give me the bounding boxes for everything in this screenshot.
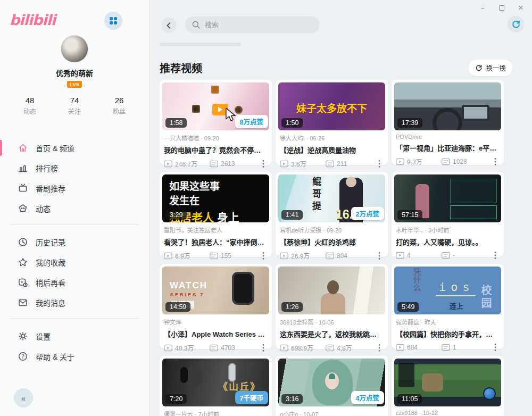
video-title[interactable]: 【蔡徐坤】火红的杀鸡郎 (280, 237, 384, 247)
ranking-icon (18, 163, 28, 173)
video-card[interactable]: 1:58 8万点赞 一只大橘喵喵 · 09-20 我的电脑中蛊了？竟然会不停自动… (160, 80, 272, 165)
more-options-button[interactable] (491, 251, 500, 260)
sidebar-item-dynamics[interactable]: 动态 (0, 198, 149, 219)
uploader-line[interactable]: 徐大大屿i · 09-26 (280, 134, 384, 142)
sidebar-menu-primary: 首页 & 频道 排行榜 番剧推荐 (0, 138, 149, 219)
uploader-line[interactable]: 偶是一片云 · 7小时前 (164, 410, 268, 416)
video-card[interactable]: 11:05 czx9188 · 10-12 (392, 356, 504, 416)
sidebar-item-help[interactable]: ? 帮助 & 关于 (0, 346, 149, 367)
danmaku-count: 1 (453, 344, 456, 351)
sidebar-item-history[interactable]: 历史记录 (0, 232, 149, 252)
video-thumbnail: 1:58 8万点赞 (162, 82, 269, 130)
sidebar-item-settings[interactable]: 设置 (0, 326, 149, 346)
play-count-icon (164, 344, 172, 352)
uploader-line[interactable]: czx9188 · 10-12 (396, 410, 500, 416)
uploader-line[interactable]: 重阳节，关注独居老人 (164, 226, 268, 234)
stat-followers[interactable]: 26 粉丝 (107, 96, 131, 115)
sidebar-item-label: 首页 & 频道 (36, 143, 74, 153)
video-title[interactable]: 【小泽】Apple Watch Series 7评测：... (164, 329, 268, 339)
avatar[interactable] (61, 35, 88, 63)
video-card[interactable]: 鲲哥提 16.8 1:41 2万点赞 耳机de听力受损 · 09-20 【蔡徐坤… (276, 172, 388, 257)
sidebar-item-home[interactable]: 首页 & 频道 (0, 138, 149, 158)
danmaku-icon (326, 344, 334, 352)
uploader-line[interactable]: 强势翻盘 · 昨天 (396, 318, 500, 326)
more-options-button[interactable] (259, 160, 268, 168)
video-title[interactable]: 「第一视角」比亚迪海豚：e平台3.0首... (396, 143, 500, 153)
more-options-button[interactable] (259, 344, 268, 352)
sidebar-item-watch-later[interactable]: 稍后再看 (0, 272, 149, 293)
kebab-icon (262, 160, 264, 168)
more-options-button[interactable] (491, 343, 500, 352)
uploader-line[interactable]: 一只大橘喵喵 · 09-20 (164, 134, 268, 142)
more-options-button[interactable] (491, 157, 500, 166)
view-count: 26.9万 (291, 251, 310, 260)
video-card[interactable]: 《山丘》 7:20 7千硬币 偶是一片云 · 7小时前 (160, 356, 272, 416)
coins-badge: 7千硬币 (235, 391, 268, 404)
video-card[interactable]: 57:15 木叶年华-- · 3小时前 打的菜，人又嘴硬，见谅。。 4 - (392, 172, 504, 257)
more-options-button[interactable] (375, 344, 384, 352)
video-title[interactable]: 我的电脑中蛊了？竟然会不停自动生出... (164, 145, 268, 155)
close-button[interactable]: × (517, 4, 525, 12)
video-title[interactable]: 这东西要是火了，返校我就跳给全班同... (280, 329, 384, 339)
apps-grid-button[interactable] (104, 12, 122, 30)
content-placeholder-bar (160, 43, 241, 46)
play-count-icon (396, 344, 404, 351)
question-icon: ? (18, 351, 28, 362)
more-options-button[interactable] (375, 252, 384, 260)
stat-dynamics[interactable]: 48 动态 (18, 96, 41, 115)
uploader-line[interactable]: POVDrive (396, 134, 500, 140)
sidebar: bilibili 优秀的萌新 LV5 48 动态 74 关注 26 粉 (0, 0, 149, 416)
video-thumbnail: 11:05 (394, 359, 501, 406)
video-title[interactable]: 打的菜，人又嘴硬，见谅。。 (396, 237, 500, 247)
video-title[interactable]: 看哭了！独居老人：“家中摔倒，最痛... (164, 237, 268, 247)
view-count: 9.3万 (407, 157, 422, 166)
refresh-button[interactable] (508, 16, 524, 32)
sidebar-item-messages[interactable]: 我的消息 (0, 293, 149, 313)
kebab-icon (494, 343, 496, 352)
video-thumbnail: 如果这些事 发生在 独居老人 身上 3:29 (162, 174, 269, 222)
sidebar-item-bangumi[interactable]: 番剧推荐 (0, 178, 149, 198)
more-options-button[interactable] (375, 160, 384, 168)
maximize-button[interactable] (498, 4, 505, 12)
back-button[interactable] (161, 18, 177, 33)
more-options-button[interactable] (259, 252, 268, 260)
danmaku-count: 211 (337, 160, 347, 168)
video-card[interactable]: 1:26 36913全梓熙 · 10-06 这东西要是火了，返校我就跳给全班同.… (276, 264, 388, 349)
play-count-icon (280, 344, 288, 352)
sidebar-item-favorites[interactable]: 我的收藏 (0, 252, 149, 272)
sidebar-item-ranking[interactable]: 排行榜 (0, 158, 149, 178)
video-thumbnail: 17:39 (394, 82, 501, 130)
uploader-line[interactable]: 耳机de听力受损 · 09-20 (280, 226, 384, 234)
sidebar-menu-personal: 历史记录 我的收藏 稍后再看 (0, 232, 149, 313)
history-icon (18, 237, 28, 247)
view-count: 246.7万 (175, 159, 197, 168)
minimize-button[interactable]: − (479, 4, 486, 12)
video-card[interactable]: 如果这些事 发生在 独居老人 身上 3:29 重阳节，关注独居老人 看哭了！独居… (160, 172, 272, 257)
sidebar-item-label: 排行榜 (36, 163, 58, 173)
search-input[interactable] (205, 21, 306, 29)
uploader-line[interactable]: 36913全梓熙 · 10-06 (280, 318, 384, 326)
watch-later-icon (18, 277, 28, 288)
thumbnail-text: SERIES 7 (170, 292, 205, 297)
gear-icon (18, 331, 28, 342)
sidebar-collapse-button[interactable]: « (14, 388, 33, 407)
video-card[interactable]: 3:16 4万点赞 o小庄o · 10-07 (276, 356, 388, 416)
duration-badge: 5:49 (397, 302, 419, 312)
video-card[interactable]: 17:39 POVDrive 「第一视角」比亚迪海豚：e平台3.0首... 9.… (392, 80, 504, 165)
likes-badge: 4万点赞 (351, 391, 384, 404)
stat-following[interactable]: 74 关注 (63, 96, 86, 115)
shuffle-button[interactable]: 换一换 (469, 60, 512, 76)
video-title[interactable]: 【校园篇】快把你的手拿开，让快捷指... (396, 329, 500, 339)
sidebar-item-label: 历史记录 (36, 237, 65, 247)
thumbnail-text: 发生在 (169, 193, 200, 207)
uploader-line[interactable]: 钟文泽 (164, 318, 268, 326)
view-count: 40.3万 (175, 343, 194, 352)
uploader-line[interactable]: o小庄o · 10-07 (280, 410, 384, 416)
video-card[interactable]: 凭什么 ios 连上 校园 5:49 强势翻盘 · 昨天 【校园篇】快把你的手拿… (392, 264, 504, 349)
video-card[interactable]: WATCH SERIES 7 发评测 14:59 钟文泽 【小泽】Apple W… (160, 264, 272, 349)
shuffle-label: 换一换 (486, 63, 506, 73)
uploader-line[interactable]: 木叶年华-- · 3小时前 (396, 226, 500, 234)
video-card[interactable]: 妹子太多放不下 1:50 徐大大屿i · 09-26 【逆战】逆战高质量油物 3… (276, 80, 388, 165)
video-title[interactable]: 【逆战】逆战高质量油物 (280, 145, 384, 155)
duration-badge: 7:20 (165, 394, 187, 404)
